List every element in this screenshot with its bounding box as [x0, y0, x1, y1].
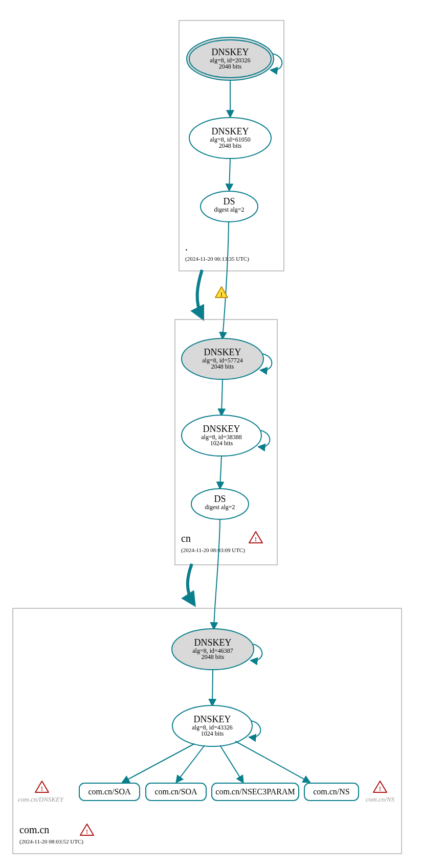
root-ksk-node: DNSKEY alg=8, id=20326 2048 bits [187, 37, 274, 80]
edge-comcn-ksk-zsk [212, 670, 213, 705]
edge-zsk-rr2 [220, 745, 243, 782]
zone-root-name: . [185, 241, 188, 253]
zone-root-ts: (2024-11-20 06:13:35 UTC) [185, 256, 249, 262]
root-ksk-bits: 2048 bits [219, 63, 242, 70]
root-ds-node: DS digest alg=2 [201, 191, 258, 222]
root-ds-digest: digest alg=2 [214, 206, 244, 213]
ghost-label-dnskey: com.cn/DNSKEY [18, 795, 64, 803]
svg-text:!: ! [220, 291, 223, 298]
cn-zsk-title: DNSKEY [203, 424, 240, 434]
comcn-zsk-bits: 1024 bits [201, 730, 224, 737]
svg-text:com.cn/SOA: com.cn/SOA [88, 787, 131, 796]
error-icon-comcn-zone: ! [80, 824, 94, 835]
root-zsk-title: DNSKEY [211, 126, 249, 136]
comcn-ksk-title: DNSKEY [194, 637, 231, 648]
zone-comcn-ts: (2024-11-20 08:03:52 UTC) [19, 838, 83, 845]
root-ds-title: DS [223, 196, 235, 207]
zone-root: DNSKEY alg=8, id=20326 2048 bits DNSKEY … [179, 20, 284, 271]
zone-comcn-name: com.cn [19, 824, 49, 835]
cn-ksk-bits: 2048 bits [211, 363, 234, 370]
edge-zsk-rr0 [123, 744, 194, 782]
cn-ds-title: DS [214, 494, 226, 504]
cn-ksk-title: DNSKEY [204, 347, 241, 357]
edge-root-zsk-ds [229, 158, 230, 190]
error-icon-cn: ! [249, 532, 262, 543]
root-zsk-bits: 2048 bits [219, 142, 242, 149]
cn-ds-digest: digest alg=2 [205, 504, 235, 511]
edge-cn-ksk-zsk [221, 379, 223, 415]
error-icon-comcn-ns: ! [373, 781, 387, 792]
svg-text:!: ! [41, 785, 43, 792]
zone-comcn: DNSKEY alg=8, id=46387 2048 bits DNSKEY … [13, 608, 402, 854]
edge-cn-to-comcn-thick [188, 564, 193, 603]
svg-text:!: ! [86, 828, 88, 835]
error-icon-comcn-dnskey: ! [35, 781, 49, 792]
root-ksk-title: DNSKEY [211, 47, 249, 57]
svg-text:com.cn/NS: com.cn/NS [313, 787, 350, 796]
edge-root-ds-to-cn-ksk [223, 222, 229, 338]
rr-box-0: com.cn/SOA [79, 783, 140, 801]
comcn-zsk-title: DNSKEY [193, 714, 231, 724]
edge-cn-ds-to-comcn-ksk [214, 519, 220, 629]
edge-cn-zsk-ds [220, 456, 221, 488]
zone-cn: DNSKEY alg=8, id=57724 2048 bits DNSKEY … [175, 319, 277, 565]
dnssec-diagram: DNSKEY alg=8, id=20326 2048 bits DNSKEY … [0, 0, 444, 868]
edge-zsk-rr3 [235, 741, 309, 782]
ghost-label-ns: com.cn/NS [366, 795, 394, 803]
cn-zsk-bits: 1024 bits [210, 440, 233, 447]
rr-box-3: com.cn/NS [304, 783, 359, 801]
cn-ksk-node: DNSKEY alg=8, id=57724 2048 bits [182, 338, 263, 379]
edge-root-to-cn-thick [197, 270, 202, 317]
root-zsk-node: DNSKEY alg=8, id=61050 2048 bits [189, 118, 271, 158]
comcn-ksk-node: DNSKEY alg=8, id=46387 2048 bits [172, 629, 254, 670]
svg-text:com.cn/NSEC3PARAM: com.cn/NSEC3PARAM [215, 787, 295, 796]
comcn-ksk-bits: 2048 bits [202, 653, 225, 660]
svg-text:com.cn/SOA: com.cn/SOA [154, 787, 197, 796]
cn-zsk-node: DNSKEY alg=8, id=38388 1024 bits [182, 415, 261, 456]
svg-text:!: ! [255, 536, 257, 543]
zone-cn-name: cn [181, 533, 191, 544]
zone-cn-ts: (2024-11-20 08:03:09 UTC) [181, 547, 245, 554]
rr-box-2: com.cn/NSEC3PARAM [212, 783, 299, 801]
comcn-zsk-node: DNSKEY alg=8, id=43326 1024 bits [172, 705, 252, 746]
svg-text:!: ! [379, 785, 381, 792]
cn-ds-node: DS digest alg=2 [191, 489, 249, 519]
rr-box-1: com.cn/SOA [146, 783, 206, 801]
